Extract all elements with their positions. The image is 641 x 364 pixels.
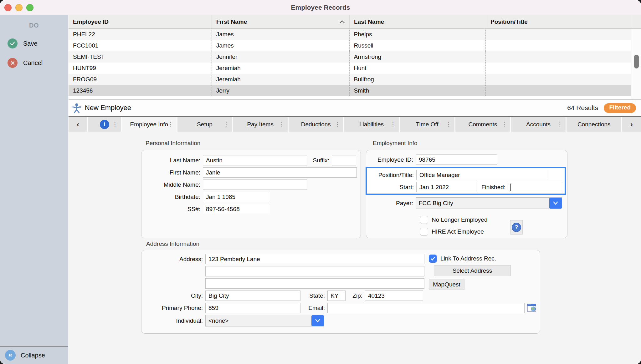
close-window-button[interactable] xyxy=(4,4,12,11)
window-controls xyxy=(4,0,33,15)
tab-overflow-icon: ⋮ xyxy=(279,121,285,128)
tab-comments[interactable]: Comments⋮ xyxy=(455,117,510,132)
tab-time-off[interactable]: Time Off⋮ xyxy=(400,117,454,132)
collapse-button[interactable]: « Collapse xyxy=(0,346,68,364)
personal-info-title: Personal Information xyxy=(146,140,200,147)
employee-records-window: Employee Records DO Save Cancel « Collap… xyxy=(0,0,641,364)
tab-record-info[interactable]: i ⋮ xyxy=(88,117,121,132)
main-area: Employee ID First Name Last Name Positio… xyxy=(69,15,641,364)
chevron-down-icon[interactable] xyxy=(311,315,324,326)
tab-accounts[interactable]: Accounts⋮ xyxy=(511,117,566,132)
payer-dropdown[interactable]: FCC Big City xyxy=(416,197,562,209)
address-info-box: Address: City: State: Zip: xyxy=(141,250,540,334)
checkbox-checked-icon[interactable] xyxy=(429,255,437,263)
cancel-label: Cancel xyxy=(23,59,43,67)
collapse-chevrons-icon: « xyxy=(5,350,16,361)
table-row-selected[interactable]: 123456 Jerry Smith xyxy=(69,85,631,96)
tab-connections[interactable]: Connections xyxy=(567,117,621,132)
chevron-down-icon[interactable] xyxy=(549,198,562,209)
middle-name-label: Middle Name: xyxy=(141,181,203,188)
birthdate-input[interactable] xyxy=(203,192,270,202)
question-mark-icon: ? xyxy=(512,223,521,232)
chevron-left-icon: ‹ xyxy=(77,120,79,129)
text-cursor xyxy=(510,184,511,191)
table-row[interactable]: SEMI-TEST Jennifer Armstrong xyxy=(69,51,631,63)
table-header-row: Employee ID First Name Last Name Positio… xyxy=(69,15,641,29)
first-name-input[interactable] xyxy=(203,167,357,178)
start-label: Start: xyxy=(367,184,416,191)
last-name-label: Last Name: xyxy=(141,157,203,164)
individual-dropdown[interactable]: <none> xyxy=(205,315,324,326)
column-header-first-name[interactable]: First Name xyxy=(212,15,350,28)
position-title-input[interactable] xyxy=(416,170,548,180)
tab-setup[interactable]: Setup⋮ xyxy=(177,117,232,132)
scrollbar-thumb[interactable] xyxy=(634,55,639,68)
state-input[interactable] xyxy=(327,291,346,301)
table-row[interactable]: FROG09 Jeremiah Bullfrog xyxy=(69,74,631,85)
tab-deductions[interactable]: Deductions⋮ xyxy=(289,117,343,132)
column-header-position-title[interactable]: Position/Title xyxy=(486,15,631,28)
email-label: Email: xyxy=(300,305,327,311)
address-line1-input[interactable] xyxy=(205,254,424,264)
employment-info-title: Employment Info xyxy=(373,140,418,147)
finished-date-input[interactable] xyxy=(508,182,563,192)
table-row[interactable]: FCC1001 James Russell xyxy=(69,40,631,51)
tab-employee-info[interactable]: Employee Info⋮ xyxy=(122,117,177,132)
hire-act-checkbox[interactable]: HIRE Act Employee xyxy=(420,228,567,236)
no-longer-employed-checkbox[interactable]: No Longer Employed xyxy=(420,216,567,224)
zip-label: Zip: xyxy=(346,292,365,299)
link-to-address-checkbox[interactable]: Link To Address Rec. xyxy=(429,255,511,263)
zip-input[interactable] xyxy=(365,291,423,301)
screen: Employee Records DO Save Cancel « Collap… xyxy=(0,0,641,364)
sort-ascending-icon xyxy=(339,20,345,23)
mapquest-button[interactable]: MapQuest xyxy=(429,279,464,290)
titlebar: Employee Records xyxy=(0,0,641,15)
cancel-button[interactable]: Cancel xyxy=(0,58,68,68)
tab-overflow-icon: ⋮ xyxy=(112,121,118,128)
last-name-input[interactable] xyxy=(203,155,307,165)
city-input[interactable] xyxy=(205,291,300,301)
tabs-scroll-right-button[interactable]: › xyxy=(622,117,641,132)
address-label: Address: xyxy=(141,256,205,263)
payer-label: Payer: xyxy=(366,200,416,207)
table-row[interactable]: HUNT99 Jeremiah Hunt xyxy=(69,63,631,74)
table-body: PHEL22 James Phelps FCC1001 James Russel… xyxy=(69,29,631,96)
zoom-window-button[interactable] xyxy=(26,4,33,11)
x-circle-icon xyxy=(8,58,18,68)
employee-id-input[interactable] xyxy=(416,154,497,165)
tab-liabilities[interactable]: Liabilities⋮ xyxy=(344,117,399,132)
column-header-employee-id[interactable]: Employee ID xyxy=(69,15,212,28)
ssn-label: SS#: xyxy=(141,206,203,213)
primary-phone-input[interactable] xyxy=(205,303,300,313)
checkbox-unchecked-icon[interactable] xyxy=(420,228,428,236)
middle-name-input[interactable] xyxy=(203,179,307,190)
suffix-input[interactable] xyxy=(332,155,356,165)
address-line3-input[interactable] xyxy=(205,278,424,289)
birthdate-label: Birthdate: xyxy=(141,194,203,200)
suffix-label: Suffix: xyxy=(313,157,332,164)
tab-pay-items[interactable]: Pay Items⋮ xyxy=(233,117,288,132)
focused-field-group: Position/Title: Start: Finished: xyxy=(366,167,566,195)
web-browser-globe-icon[interactable] xyxy=(527,304,536,312)
tabs-scroll-left-button[interactable]: ‹ xyxy=(69,117,87,132)
individual-value: <none> xyxy=(206,317,311,324)
save-button[interactable]: Save xyxy=(0,38,68,48)
address-line2-input[interactable] xyxy=(205,266,424,276)
employee-id-label: Employee ID: xyxy=(366,156,416,163)
table-row[interactable]: PHEL22 James Phelps xyxy=(69,29,631,40)
minimize-window-button[interactable] xyxy=(15,4,23,11)
hire-act-help-button[interactable]: ? xyxy=(510,220,523,235)
vertical-scrollbar[interactable] xyxy=(632,29,641,99)
checkbox-unchecked-icon[interactable] xyxy=(420,216,428,224)
individual-label: Individual: xyxy=(141,317,205,324)
start-date-input[interactable] xyxy=(416,182,476,192)
employee-person-icon xyxy=(72,103,81,113)
column-header-last-name[interactable]: Last Name xyxy=(350,15,486,28)
primary-phone-label: Primary Phone: xyxy=(141,305,205,311)
email-input[interactable] xyxy=(327,303,525,313)
tab-overflow-icon: ⋮ xyxy=(223,121,229,128)
ssn-input[interactable] xyxy=(203,204,270,214)
select-address-button[interactable]: Select Address xyxy=(434,265,511,276)
filtered-badge[interactable]: Filtered xyxy=(604,103,636,113)
info-icon: i xyxy=(100,120,109,129)
